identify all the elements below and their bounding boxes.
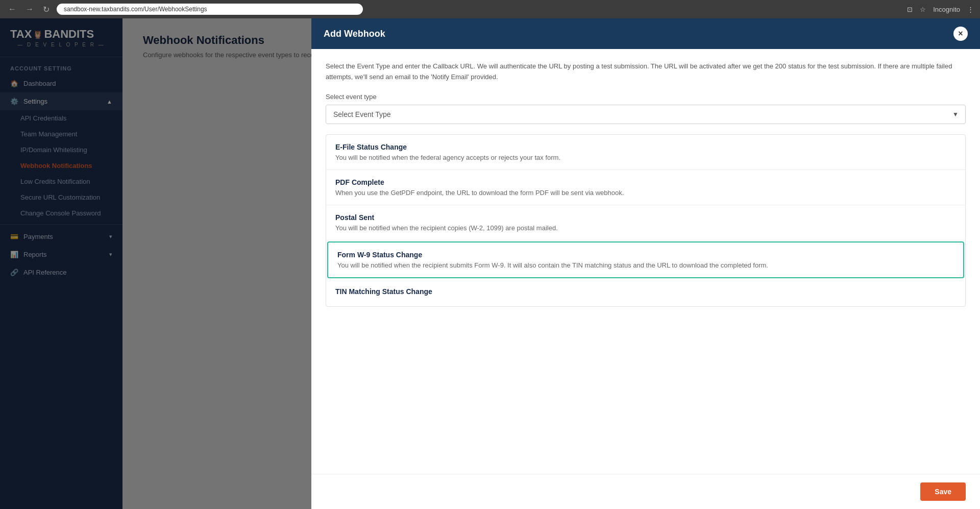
reload-button[interactable]: ↻ — [41, 3, 52, 16]
event-item-tin-title: TIN Matching Status Change — [335, 287, 956, 296]
bookmark-icon: ☆ — [920, 6, 926, 13]
app-container: TAX 🦉 BANDITS — D E V E L O P E R — ACCO… — [0, 18, 980, 509]
event-type-select[interactable]: Select Event Type E-File Status ChangePD… — [326, 105, 966, 124]
back-button[interactable]: ← — [6, 3, 18, 16]
event-item-efile[interactable]: E-File Status Change You will be notifie… — [326, 135, 965, 170]
event-item-postal[interactable]: Postal Sent You will be notified when th… — [326, 205, 965, 240]
event-item-pdf[interactable]: PDF Complete When you use the GetPDF end… — [326, 170, 965, 205]
modal-description: Select the Event Type and enter the Call… — [326, 61, 966, 83]
cast-icon: ⊡ — [907, 6, 913, 13]
event-item-tin[interactable]: TIN Matching Status Change — [326, 279, 965, 306]
event-item-postal-title: Postal Sent — [335, 213, 956, 222]
event-item-pdf-desc: When you use the GetPDF endpoint, the UR… — [335, 189, 956, 197]
browser-chrome: ← → ↻ sandbox-new.taxbandits.com/User/We… — [0, 0, 980, 18]
add-webhook-modal: Add Webhook × Select the Event Type and … — [311, 18, 980, 509]
event-item-efile-desc: You will be notified when the federal ag… — [335, 154, 956, 161]
event-item-efile-title: E-File Status Change — [335, 143, 956, 151]
modal-header: Add Webhook × — [311, 18, 980, 49]
event-item-w9-title: Form W-9 Status Change — [337, 251, 954, 259]
event-item-postal-desc: You will be notified when the recipient … — [335, 224, 956, 232]
profile-icon: Incognito — [933, 6, 960, 13]
modal-close-button[interactable]: × — [953, 27, 968, 41]
modal-title: Add Webhook — [324, 29, 385, 39]
url-bar[interactable]: sandbox-new.taxbandits.com/User/WebhookS… — [57, 4, 363, 15]
modal-body: Select the Event Type and enter the Call… — [311, 49, 980, 474]
event-item-pdf-title: PDF Complete — [335, 178, 956, 186]
event-item-w9[interactable]: Form W-9 Status Change You will be notif… — [327, 241, 964, 278]
select-wrapper: Select Event Type E-File Status ChangePD… — [326, 105, 966, 124]
save-button[interactable]: Save — [920, 482, 966, 501]
modal-footer: Save — [311, 474, 980, 509]
select-event-label: Select event type — [326, 93, 966, 101]
event-type-list: E-File Status Change You will be notifie… — [326, 134, 966, 307]
event-item-w9-desc: You will be notified when the recipient … — [337, 261, 954, 269]
forward-button[interactable]: → — [23, 3, 36, 16]
browser-right-icons: ⊡ ☆ Incognito ⋮ — [907, 6, 974, 13]
menu-icon: ⋮ — [967, 6, 974, 13]
